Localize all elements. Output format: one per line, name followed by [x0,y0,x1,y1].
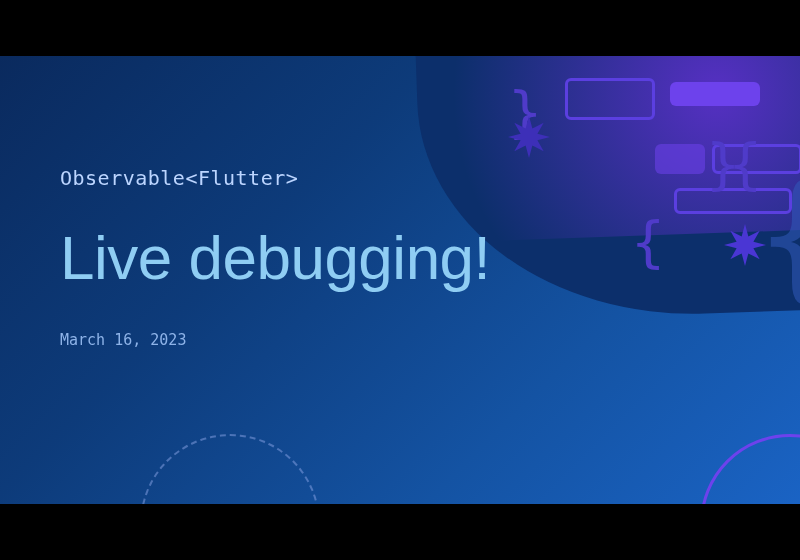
slide-content: Observable<Flutter> Live debugging! Marc… [0,56,800,349]
title-slide: { } { } { Observable<Flutter> Live debug… [0,56,800,504]
main-title: Live debugging! [60,222,800,293]
slide-date: March 16, 2023 [60,331,800,349]
dashed-circle-decor [140,434,320,504]
ring-decor [700,434,800,504]
series-title: Observable<Flutter> [60,166,800,190]
